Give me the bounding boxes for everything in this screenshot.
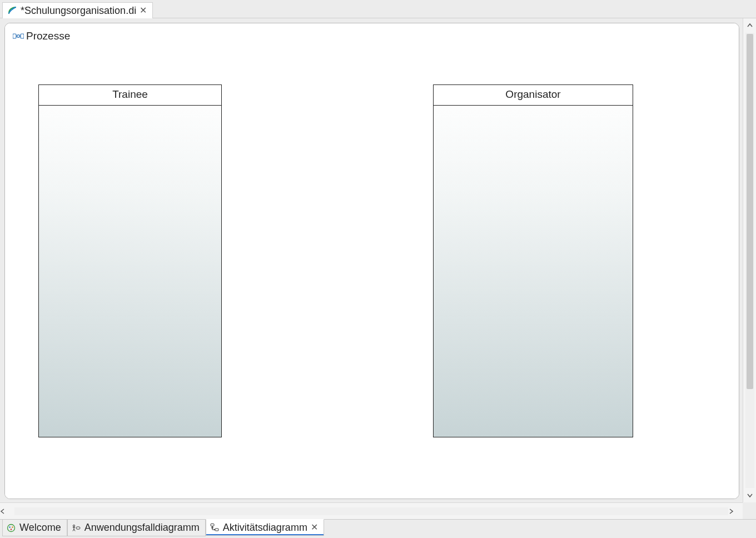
svg-line-13	[74, 529, 75, 531]
papyrus-file-icon	[7, 6, 17, 16]
swimlane-header: Organisator	[434, 85, 633, 106]
activity-icon	[13, 32, 24, 41]
scroll-track[interactable]	[745, 33, 754, 488]
svg-rect-0	[13, 34, 16, 38]
svg-rect-1	[21, 34, 24, 38]
diagram: Prozesse Trainee Organisator	[5, 23, 739, 499]
diagram-title-text: Prozesse	[26, 30, 70, 42]
tab-activity-diagram[interactable]: Aktivitätsdiagramm ✕	[206, 519, 324, 536]
vertical-scrollbar[interactable]	[743, 18, 756, 502]
scroll-down-icon[interactable]	[743, 488, 756, 502]
activity-diagram-icon	[210, 522, 220, 532]
svg-point-14	[76, 526, 80, 529]
svg-point-2	[17, 35, 20, 38]
svg-line-12	[73, 529, 74, 531]
file-tab-bar: *Schulungsorganisation.di ✕	[0, 0, 756, 18]
app-root: *Schulungsorganisation.di ✕	[0, 0, 756, 538]
svg-point-9	[73, 525, 74, 526]
scroll-right-icon[interactable]	[728, 509, 743, 514]
svg-point-8	[11, 529, 12, 530]
tab-label: Aktivitätsdiagramm	[223, 522, 307, 534]
diagram-title: Prozesse	[13, 30, 70, 42]
swimlane-trainee[interactable]: Trainee	[38, 84, 222, 437]
diagram-canvas[interactable]: Prozesse Trainee Organisator	[4, 23, 739, 499]
tab-label: Anwendungsfalldiagramm	[84, 522, 200, 534]
file-tab[interactable]: *Schulungsorganisation.di ✕	[2, 2, 153, 18]
tab-label: Welcome	[19, 522, 61, 534]
svg-rect-15	[211, 524, 214, 526]
tab-welcome[interactable]: Welcome	[2, 520, 67, 536]
scroll-up-icon[interactable]	[743, 18, 756, 33]
editor-area: Prozesse Trainee Organisator	[0, 18, 756, 519]
svg-point-6	[9, 526, 11, 528]
svg-point-5	[8, 524, 15, 531]
scroll-left-icon[interactable]	[0, 509, 14, 514]
scroll-track[interactable]	[14, 507, 728, 515]
svg-rect-16	[215, 529, 218, 531]
usecase-icon	[71, 523, 81, 533]
scroll-thumb[interactable]	[747, 34, 753, 389]
svg-point-7	[12, 526, 13, 528]
inner-tab-bar: Welcome Anwendungsfalldiagramm	[0, 519, 756, 538]
welcome-icon	[6, 523, 16, 533]
close-icon[interactable]: ✕	[311, 523, 318, 532]
close-icon[interactable]: ✕	[140, 6, 147, 15]
file-tab-title: *Schulungsorganisation.di	[21, 5, 136, 17]
swimlane-header: Trainee	[39, 85, 221, 106]
tab-usecase-diagram[interactable]: Anwendungsfalldiagramm	[67, 520, 206, 536]
horizontal-scrollbar[interactable]	[0, 502, 743, 519]
swimlane-organisator[interactable]: Organisator	[433, 84, 633, 437]
